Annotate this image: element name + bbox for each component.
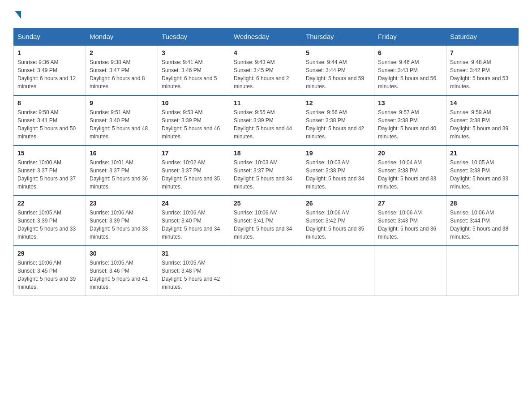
week-row-2: 8Sunrise: 9:50 AMSunset: 3:41 PMDaylight… (14, 95, 519, 146)
day-number: 21 (450, 150, 515, 157)
week-row-4: 22Sunrise: 10:05 AMSunset: 3:39 PMDaylig… (14, 196, 519, 246)
weekday-header-thursday: Thursday (302, 28, 374, 46)
day-info: Sunrise: 9:56 AMSunset: 3:38 PMDaylight:… (306, 108, 370, 141)
day-number: 20 (378, 150, 442, 157)
day-cell-8: 8Sunrise: 9:50 AMSunset: 3:41 PMDaylight… (14, 95, 86, 146)
day-info: Sunrise: 10:05 AMSunset: 3:39 PMDaylight… (17, 209, 82, 241)
day-cell-1: 1Sunrise: 9:36 AMSunset: 3:49 PMDaylight… (14, 45, 86, 95)
empty-cell (302, 246, 374, 296)
day-cell-2: 2Sunrise: 9:38 AMSunset: 3:47 PMDaylight… (86, 45, 158, 95)
day-number: 18 (234, 150, 298, 157)
day-number: 1 (17, 49, 82, 56)
day-info: Sunrise: 9:36 AMSunset: 3:49 PMDaylight:… (17, 58, 82, 90)
day-number: 6 (378, 49, 442, 56)
day-number: 17 (162, 150, 226, 157)
day-cell-14: 14Sunrise: 9:59 AMSunset: 3:38 PMDayligh… (446, 95, 519, 146)
calendar-table: SundayMondayTuesdayWednesdayThursdayFrid… (13, 28, 519, 296)
day-info: Sunrise: 10:06 AMSunset: 3:39 PMDaylight… (90, 209, 154, 241)
day-info: Sunrise: 10:06 AMSunset: 3:44 PMDaylight… (450, 209, 515, 241)
day-cell-23: 23Sunrise: 10:06 AMSunset: 3:39 PMDaylig… (86, 196, 158, 246)
empty-cell (230, 246, 302, 296)
day-cell-30: 30Sunrise: 10:05 AMSunset: 3:46 PMDaylig… (86, 246, 158, 296)
day-cell-27: 27Sunrise: 10:06 AMSunset: 3:43 PMDaylig… (374, 196, 446, 246)
day-number: 19 (306, 150, 370, 157)
weekday-header-monday: Monday (86, 28, 158, 46)
day-info: Sunrise: 10:06 AMSunset: 3:41 PMDaylight… (234, 209, 298, 241)
day-cell-13: 13Sunrise: 9:57 AMSunset: 3:38 PMDayligh… (374, 95, 446, 146)
day-cell-22: 22Sunrise: 10:05 AMSunset: 3:39 PMDaylig… (14, 196, 86, 246)
day-info: Sunrise: 9:59 AMSunset: 3:38 PMDaylight:… (450, 108, 515, 141)
day-info: Sunrise: 10:00 AMSunset: 3:37 PMDaylight… (17, 158, 82, 191)
day-number: 9 (90, 99, 154, 107)
day-info: Sunrise: 10:01 AMSunset: 3:37 PMDaylight… (90, 158, 154, 191)
day-info: Sunrise: 10:06 AMSunset: 3:42 PMDaylight… (306, 209, 370, 241)
day-number: 16 (90, 150, 154, 157)
day-number: 14 (450, 99, 515, 107)
page-header (13, 9, 519, 19)
day-cell-10: 10Sunrise: 9:53 AMSunset: 3:39 PMDayligh… (158, 95, 230, 146)
day-number: 4 (234, 49, 298, 56)
day-number: 30 (90, 250, 154, 257)
weekday-header-sunday: Sunday (14, 28, 86, 46)
day-info: Sunrise: 9:43 AMSunset: 3:45 PMDaylight:… (234, 58, 298, 90)
day-cell-21: 21Sunrise: 10:05 AMSunset: 3:38 PMDaylig… (446, 146, 519, 196)
day-number: 8 (17, 99, 82, 107)
day-cell-5: 5Sunrise: 9:44 AMSunset: 3:44 PMDaylight… (302, 45, 374, 95)
day-cell-4: 4Sunrise: 9:43 AMSunset: 3:45 PMDaylight… (230, 45, 302, 95)
day-cell-17: 17Sunrise: 10:02 AMSunset: 3:37 PMDaylig… (158, 146, 230, 196)
day-cell-20: 20Sunrise: 10:04 AMSunset: 3:38 PMDaylig… (374, 146, 446, 196)
day-info: Sunrise: 9:41 AMSunset: 3:46 PMDaylight:… (162, 58, 226, 90)
day-info: Sunrise: 9:53 AMSunset: 3:39 PMDaylight:… (162, 108, 226, 141)
day-number: 12 (306, 99, 370, 107)
day-number: 22 (17, 200, 82, 207)
day-info: Sunrise: 10:04 AMSunset: 3:38 PMDaylight… (378, 158, 442, 191)
day-cell-28: 28Sunrise: 10:06 AMSunset: 3:44 PMDaylig… (446, 196, 519, 246)
weekday-header-saturday: Saturday (446, 28, 519, 46)
day-cell-16: 16Sunrise: 10:01 AMSunset: 3:37 PMDaylig… (86, 146, 158, 196)
day-cell-9: 9Sunrise: 9:51 AMSunset: 3:40 PMDaylight… (86, 95, 158, 146)
empty-cell (446, 246, 519, 296)
day-info: Sunrise: 10:03 AMSunset: 3:38 PMDaylight… (306, 158, 370, 191)
weekday-header-friday: Friday (374, 28, 446, 46)
day-info: Sunrise: 9:38 AMSunset: 3:47 PMDaylight:… (90, 58, 154, 90)
day-info: Sunrise: 9:48 AMSunset: 3:42 PMDaylight:… (450, 58, 515, 90)
day-number: 29 (17, 250, 82, 257)
week-row-1: 1Sunrise: 9:36 AMSunset: 3:49 PMDaylight… (14, 45, 519, 95)
day-number: 31 (162, 250, 226, 257)
day-cell-15: 15Sunrise: 10:00 AMSunset: 3:37 PMDaylig… (14, 146, 86, 196)
day-number: 25 (234, 200, 298, 207)
day-number: 3 (162, 49, 226, 56)
day-cell-12: 12Sunrise: 9:56 AMSunset: 3:38 PMDayligh… (302, 95, 374, 146)
day-info: Sunrise: 10:06 AMSunset: 3:43 PMDaylight… (378, 209, 442, 241)
day-info: Sunrise: 9:50 AMSunset: 3:41 PMDaylight:… (17, 108, 82, 141)
day-number: 15 (17, 150, 82, 157)
day-cell-26: 26Sunrise: 10:06 AMSunset: 3:42 PMDaylig… (302, 196, 374, 246)
day-info: Sunrise: 10:06 AMSunset: 3:40 PMDaylight… (162, 209, 226, 241)
day-info: Sunrise: 9:46 AMSunset: 3:43 PMDaylight:… (378, 58, 442, 90)
day-number: 2 (90, 49, 154, 56)
day-cell-7: 7Sunrise: 9:48 AMSunset: 3:42 PMDaylight… (446, 45, 519, 95)
day-cell-25: 25Sunrise: 10:06 AMSunset: 3:41 PMDaylig… (230, 196, 302, 246)
day-info: Sunrise: 10:05 AMSunset: 3:46 PMDaylight… (90, 259, 154, 291)
day-info: Sunrise: 10:06 AMSunset: 3:45 PMDaylight… (17, 259, 82, 291)
day-cell-11: 11Sunrise: 9:55 AMSunset: 3:39 PMDayligh… (230, 95, 302, 146)
weekday-header-row: SundayMondayTuesdayWednesdayThursdayFrid… (14, 28, 519, 46)
day-info: Sunrise: 9:51 AMSunset: 3:40 PMDaylight:… (90, 108, 154, 141)
day-info: Sunrise: 10:02 AMSunset: 3:37 PMDaylight… (162, 158, 226, 191)
day-cell-24: 24Sunrise: 10:06 AMSunset: 3:40 PMDaylig… (158, 196, 230, 246)
day-number: 24 (162, 200, 226, 207)
day-number: 23 (90, 200, 154, 207)
weekday-header-tuesday: Tuesday (158, 28, 230, 46)
day-number: 5 (306, 49, 370, 56)
day-number: 26 (306, 200, 370, 207)
day-cell-18: 18Sunrise: 10:03 AMSunset: 3:37 PMDaylig… (230, 146, 302, 196)
logo-arrow-icon (15, 11, 21, 19)
day-cell-6: 6Sunrise: 9:46 AMSunset: 3:43 PMDaylight… (374, 45, 446, 95)
day-number: 7 (450, 49, 515, 56)
day-info: Sunrise: 10:05 AMSunset: 3:48 PMDaylight… (162, 259, 226, 291)
day-cell-19: 19Sunrise: 10:03 AMSunset: 3:38 PMDaylig… (302, 146, 374, 196)
day-info: Sunrise: 9:55 AMSunset: 3:39 PMDaylight:… (234, 108, 298, 141)
day-number: 11 (234, 99, 298, 107)
day-number: 10 (162, 99, 226, 107)
day-cell-31: 31Sunrise: 10:05 AMSunset: 3:48 PMDaylig… (158, 246, 230, 296)
